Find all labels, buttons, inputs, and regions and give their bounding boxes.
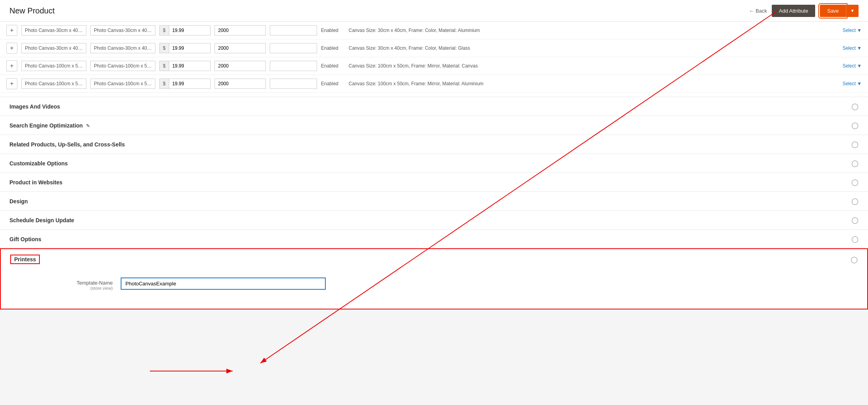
printess-body: Template-Name (store view) [1,270,867,309]
sections-container: Images And Videos ◯ Search Engine Optimi… [0,97,868,248]
add-attribute-button[interactable]: Add Attribute [772,5,815,17]
variant-row: + $ Enabled Canvas Size: 30cm x 40cm, Fr… [0,22,868,39]
price-prefix-icon: $ [160,79,169,88]
section-row-images[interactable]: Images And Videos ◯ [0,97,868,116]
variant-price-input[interactable] [169,61,205,71]
variant-status: Enabled [321,28,345,33]
variant-name-input[interactable] [21,79,86,89]
section-row-schedule[interactable]: Schedule Design Update ◯ [0,210,868,229]
variant-name-input[interactable] [21,61,86,71]
section-title-seo: Search Engine Optimization✎ [9,122,90,129]
variant-price-input[interactable] [169,26,205,35]
section-title-related: Related Products, Up-Sells, and Cross-Se… [9,141,125,148]
variant-name-input[interactable] [21,25,86,36]
save-button[interactable]: Save [820,5,846,17]
variant-select-link[interactable]: Select ▼ [842,63,862,69]
page-header: New Product ← Back Add Attribute Save ▼ [0,0,868,22]
section-row-gift[interactable]: Gift Options ◯ [0,229,868,248]
printess-collapse-icon: ◯ [851,256,858,263]
section-collapse-icon: ◯ [851,235,859,243]
variant-attributes: Canvas Size: 30cm x 40cm, Frame: Color, … [349,28,838,33]
section-title-websites: Product in Websites [9,179,62,186]
template-name-label: Template-Name (store view) [10,278,121,291]
section-collapse-icon: ◯ [851,159,859,167]
variant-attributes: Canvas Size: 100cm x 50cm, Frame: Mirror… [349,81,838,86]
variant-weight-input[interactable] [270,25,317,36]
back-link[interactable]: ← Back [749,8,767,14]
section-row-design[interactable]: Design ◯ [0,191,868,210]
variant-price-input[interactable] [169,43,205,53]
variant-row: + $ Enabled Canvas Size: 100cm x 50cm, F… [0,57,868,75]
price-wrap: $ [159,25,211,36]
variant-qty-input[interactable] [215,61,266,71]
price-wrap: $ [159,43,211,53]
section-title-design: Design [9,198,28,204]
save-button-group: Save ▼ [820,5,859,17]
printess-header[interactable]: Printess ◯ [1,249,867,270]
template-name-row: Template-Name (store view) [10,278,858,291]
variant-select-link[interactable]: Select ▼ [842,28,862,33]
back-label: Back [756,8,767,14]
variant-weight-input[interactable] [270,43,317,53]
variant-select-link[interactable]: Select ▼ [842,81,862,86]
header-actions: ← Back Add Attribute Save ▼ [749,5,859,17]
price-wrap: $ [159,79,211,89]
section-row-customizable[interactable]: Customizable Options ◯ [0,154,868,172]
printess-section: Printess ◯ Template-Name (store view) [0,248,868,309]
variant-sku-input[interactable] [90,25,155,36]
variant-expand-button[interactable]: + [6,25,17,36]
section-title-customizable: Customizable Options [9,160,68,167]
price-prefix-icon: $ [160,26,169,35]
variant-attributes: Canvas Size: 100cm x 50cm, Frame: Mirror… [349,63,838,69]
variant-status: Enabled [321,81,345,86]
variant-weight-input[interactable] [270,79,317,89]
variant-expand-button[interactable]: + [6,60,17,71]
variant-weight-input[interactable] [270,61,317,71]
variant-price-input[interactable] [169,79,205,88]
variant-status: Enabled [321,63,345,69]
price-wrap: $ [159,61,211,71]
variant-name-input[interactable] [21,43,86,53]
section-collapse-icon: ◯ [851,197,859,205]
section-collapse-icon: ◯ [851,103,859,110]
variant-sku-input[interactable] [90,43,155,53]
template-name-label-sub: (store view) [10,286,113,291]
section-title-gift: Gift Options [9,236,41,242]
variants-area: + $ Enabled Canvas Size: 30cm x 40cm, Fr… [0,22,868,97]
section-collapse-icon: ◯ [851,141,859,148]
page-title: New Product [9,6,55,15]
variant-qty-input[interactable] [215,43,266,53]
section-collapse-icon: ◯ [851,216,859,224]
variant-select-link[interactable]: Select ▼ [842,45,862,51]
printess-title: Printess [10,255,40,264]
variant-qty-input[interactable] [215,25,266,36]
variant-row: + $ Enabled Canvas Size: 30cm x 40cm, Fr… [0,39,868,57]
section-edit-icon[interactable]: ✎ [86,123,90,129]
section-collapse-icon: ◯ [851,122,859,129]
section-title-images: Images And Videos [9,103,60,110]
section-row-related[interactable]: Related Products, Up-Sells, and Cross-Se… [0,135,868,154]
save-dropdown-button[interactable]: ▼ [846,5,859,17]
template-name-input[interactable] [121,278,326,290]
variant-expand-button[interactable]: + [6,78,17,89]
variant-expand-button[interactable]: + [6,43,17,54]
variant-attributes: Canvas Size: 30cm x 40cm, Frame: Color, … [349,45,838,51]
section-row-websites[interactable]: Product in Websites ◯ [0,172,868,191]
variant-qty-input[interactable] [215,79,266,89]
section-collapse-icon: ◯ [851,178,859,186]
price-prefix-icon: $ [160,61,169,71]
back-arrow-icon: ← [749,8,754,14]
price-prefix-icon: $ [160,43,169,53]
section-title-schedule: Schedule Design Update [9,217,74,223]
variant-sku-input[interactable] [90,61,155,71]
variant-row: + $ Enabled Canvas Size: 100cm x 50cm, F… [0,75,868,93]
variant-status: Enabled [321,45,345,51]
variant-sku-input[interactable] [90,79,155,89]
section-row-seo[interactable]: Search Engine Optimization✎ ◯ [0,116,868,135]
